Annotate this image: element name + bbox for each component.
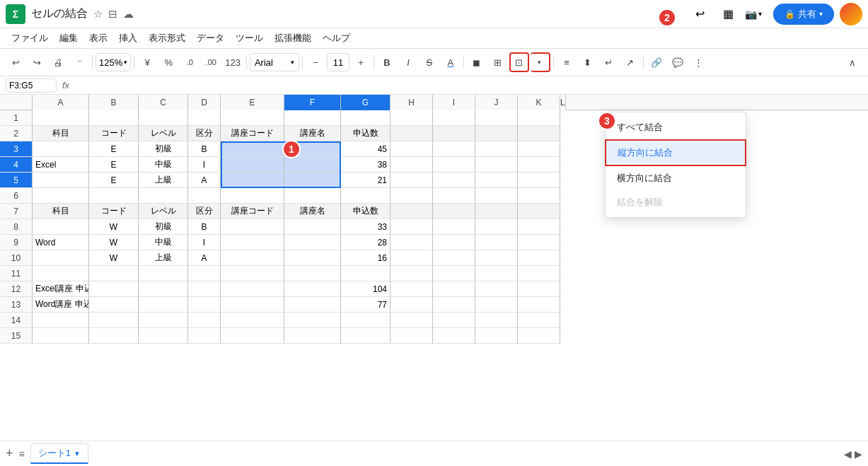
cell-J3[interactable] — [475, 141, 518, 157]
share-button[interactable]: 🔒 共有 ▾ — [773, 4, 834, 25]
cell-K12[interactable] — [518, 281, 560, 297]
cell-D8[interactable]: B — [188, 219, 221, 235]
row-num-8[interactable]: 8 — [0, 219, 33, 235]
cell-C14[interactable] — [139, 313, 188, 328]
cell-H5[interactable] — [390, 173, 433, 188]
row-num-7[interactable]: 7 — [0, 204, 33, 219]
cell-D13[interactable] — [188, 297, 221, 313]
cell-J14[interactable] — [475, 313, 518, 328]
cell-J2[interactable] — [475, 126, 518, 141]
cell-K1[interactable] — [518, 110, 560, 126]
cell-J10[interactable] — [475, 250, 518, 266]
redo-btn[interactable]: ↪ — [27, 52, 47, 72]
cell-C10[interactable]: 上級 — [139, 250, 188, 266]
more-options-btn[interactable]: ⋮ — [689, 52, 709, 72]
font-color-btn[interactable]: A — [441, 52, 461, 72]
cell-B8[interactable]: W — [89, 219, 139, 235]
decimal-inc-btn[interactable]: .00 — [201, 52, 221, 72]
cell-A15[interactable] — [33, 328, 89, 344]
cell-B10[interactable]: W — [89, 250, 139, 266]
col-header-D[interactable]: D — [188, 95, 221, 110]
menu-item-ツール[interactable]: ツール — [230, 30, 269, 46]
cell-H6[interactable] — [390, 188, 433, 204]
cell-E6[interactable] — [221, 188, 284, 204]
cell-G3[interactable]: 45 — [341, 141, 390, 157]
col-header-G[interactable]: G — [341, 95, 390, 110]
cell-F6[interactable] — [284, 188, 341, 204]
cell-C11[interactable] — [139, 266, 188, 281]
insert-link-btn[interactable]: 🔗 — [647, 52, 666, 72]
cell-J15[interactable] — [475, 328, 518, 344]
row-num-2[interactable]: 2 — [0, 126, 33, 141]
cell-C8[interactable]: 初級 — [139, 219, 188, 235]
cell-J12[interactable] — [475, 281, 518, 297]
cell-G6[interactable] — [341, 188, 390, 204]
cell-J6[interactable] — [475, 188, 518, 204]
cell-H15[interactable] — [390, 328, 433, 344]
cell-A10[interactable] — [33, 250, 89, 266]
cell-I3[interactable] — [433, 141, 475, 157]
cell-F15[interactable] — [284, 328, 341, 344]
formula-input[interactable] — [75, 81, 862, 91]
menu-item-拡張機能[interactable]: 拡張機能 — [269, 30, 317, 46]
font-selector[interactable]: Arial ▾ — [250, 53, 299, 71]
cell-F12[interactable] — [284, 281, 341, 297]
cell-H9[interactable] — [390, 235, 433, 250]
cell-G14[interactable] — [341, 313, 390, 328]
cell-A11[interactable] — [33, 266, 89, 281]
cell-H12[interactable] — [390, 281, 433, 297]
unmerge-option[interactable]: 結合を解除 — [606, 190, 746, 214]
cell-C6[interactable] — [139, 188, 188, 204]
cell-F1[interactable] — [284, 110, 341, 126]
cell-C2[interactable]: レベル — [139, 126, 188, 141]
cell-B6[interactable] — [89, 188, 139, 204]
align-btn[interactable]: ≡ — [557, 52, 577, 72]
cell-H14[interactable] — [390, 313, 433, 328]
cell-A9[interactable]: Word — [33, 235, 89, 250]
cell-J7[interactable] — [475, 204, 518, 219]
cell-J5[interactable] — [475, 173, 518, 188]
cell-D14[interactable] — [188, 313, 221, 328]
cell-I11[interactable] — [433, 266, 475, 281]
strikethrough-btn[interactable]: S — [419, 52, 439, 72]
col-header-F[interactable]: F — [284, 95, 341, 110]
cell-B13[interactable] — [89, 297, 139, 313]
row-num-15[interactable]: 15 — [0, 328, 33, 344]
italic-btn[interactable]: I — [398, 52, 418, 72]
cell-K5[interactable] — [518, 173, 560, 188]
cell-I1[interactable] — [433, 110, 475, 126]
fill-color-btn[interactable]: ◼ — [467, 52, 487, 72]
menu-item-データ[interactable]: データ — [191, 30, 230, 46]
cell-B7[interactable]: コード — [89, 204, 139, 219]
cell-I14[interactable] — [433, 313, 475, 328]
cell-K2[interactable] — [518, 126, 560, 141]
cell-G12[interactable]: 104 — [341, 281, 390, 297]
cell-K6[interactable] — [518, 188, 560, 204]
cell-I7[interactable] — [433, 204, 475, 219]
cell-I12[interactable] — [433, 281, 475, 297]
cell-F11[interactable] — [284, 266, 341, 281]
row-num-10[interactable]: 10 — [0, 250, 33, 266]
col-header-J[interactable]: J — [475, 95, 518, 110]
merge-horizontal-option[interactable]: 横方向に結合 — [606, 166, 746, 190]
history-btn[interactable]: ↩ — [688, 3, 711, 25]
cell-A12[interactable]: Excel講座 申込者数合計 — [33, 281, 89, 297]
cell-H8[interactable] — [390, 219, 433, 235]
merge-dropdown-btn[interactable]: ▾ — [531, 52, 550, 72]
cell-B5[interactable]: E — [89, 173, 139, 188]
cell-K8[interactable] — [518, 219, 560, 235]
cell-I13[interactable] — [433, 297, 475, 313]
cell-H11[interactable] — [390, 266, 433, 281]
col-header-B[interactable]: B — [89, 95, 139, 110]
row-num-14[interactable]: 14 — [0, 313, 33, 328]
cell-D5[interactable]: A — [188, 173, 221, 188]
cell-I15[interactable] — [433, 328, 475, 344]
collapse-toolbar-btn[interactable]: ∧ — [843, 52, 862, 72]
cell-K14[interactable] — [518, 313, 560, 328]
camera-btn[interactable]: 📷▾ — [745, 3, 768, 25]
cell-H1[interactable] — [390, 110, 433, 126]
font-size-dec-btn[interactable]: − — [306, 52, 325, 72]
cell-G4[interactable]: 38 — [341, 157, 390, 173]
cell-F5[interactable] — [284, 173, 341, 188]
cell-G8[interactable]: 33 — [341, 219, 390, 235]
